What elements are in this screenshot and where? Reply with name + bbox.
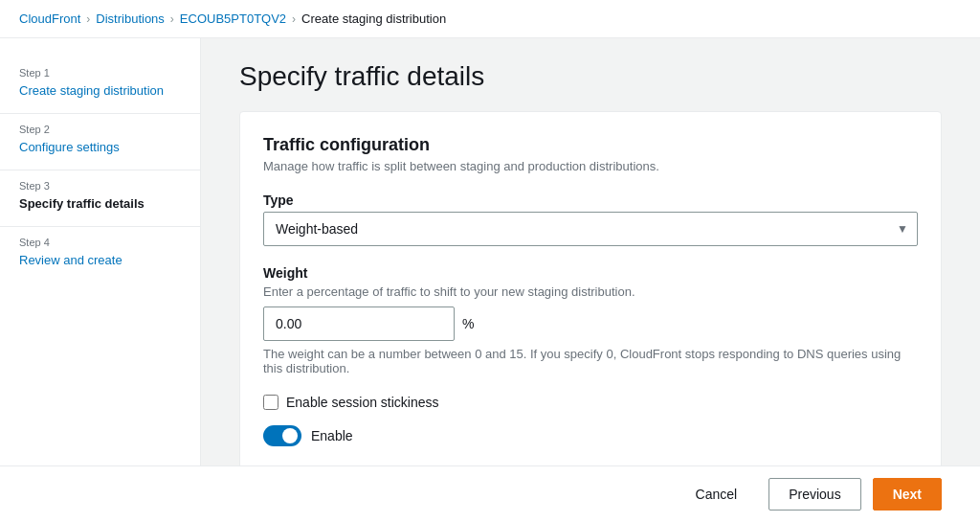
sidebar: Step 1 Create staging distribution Step … [0, 38, 201, 518]
breadcrumb-distributions[interactable]: Distributions [96, 11, 165, 26]
toggle-thumb [282, 428, 298, 443]
sidebar-item-review-create[interactable]: Review and create [19, 253, 122, 267]
type-select-wrapper: Weight-based ▼ [263, 212, 918, 246]
weight-form-group: Weight Enter a percentage of traffic to … [263, 265, 918, 375]
type-label: Type [263, 193, 918, 208]
page-title: Specify traffic details [239, 61, 942, 92]
footer: Cancel Previous Next [0, 465, 980, 522]
breadcrumb-cloudfront[interactable]: CloudFront [19, 11, 80, 26]
breadcrumb-sep-1: › [86, 12, 90, 26]
breadcrumb-distribution-id[interactable]: ECOUB5PT0TQV2 [180, 11, 286, 26]
card-title: Traffic configuration [263, 135, 918, 155]
weight-unit: % [462, 316, 474, 331]
step-4-label: Step 4 [19, 237, 181, 248]
step-3-label: Step 3 [19, 180, 181, 192]
weight-input[interactable] [263, 306, 455, 341]
session-stickiness-checkbox[interactable] [263, 395, 278, 410]
enable-toggle[interactable] [263, 425, 301, 446]
breadcrumb-sep-3: › [292, 12, 296, 26]
breadcrumb-current-page: Create staging distribution [301, 11, 446, 26]
sidebar-item-traffic-details: Specify traffic details [19, 196, 145, 211]
weight-label: Weight [263, 265, 918, 281]
sidebar-item-create-staging[interactable]: Create staging distribution [19, 83, 164, 98]
next-button[interactable]: Next [873, 478, 942, 511]
session-stickiness-row: Enable session stickiness [263, 395, 918, 410]
traffic-config-card: Traffic configuration Manage how traffic… [239, 111, 942, 470]
sidebar-step-3: Step 3 Specify traffic details [0, 170, 200, 227]
sidebar-step-1: Step 1 Create staging distribution [0, 57, 200, 114]
breadcrumb: CloudFront › Distributions › ECOUB5PT0TQ… [0, 0, 980, 38]
weight-hint: The weight can be a number between 0 and… [263, 347, 918, 375]
breadcrumb-sep-2: › [170, 12, 174, 26]
main-layout: Step 1 Create staging distribution Step … [0, 38, 980, 518]
sidebar-step-4: Step 4 Review and create [0, 227, 200, 283]
session-stickiness-label: Enable session stickiness [286, 395, 439, 410]
content-area: Specify traffic details Traffic configur… [201, 38, 980, 518]
step-2-label: Step 2 [19, 124, 181, 135]
sidebar-item-configure-settings[interactable]: Configure settings [19, 140, 120, 154]
previous-button[interactable]: Previous [768, 478, 860, 511]
weight-sublabel: Enter a percentage of traffic to shift t… [263, 284, 918, 299]
step-1-label: Step 1 [19, 67, 181, 79]
enable-label: Enable [311, 428, 353, 443]
sidebar-step-2: Step 2 Configure settings [0, 114, 200, 170]
card-description: Manage how traffic is split between stag… [263, 159, 918, 173]
weight-input-row: % [263, 306, 918, 341]
type-form-group: Type Weight-based ▼ [263, 193, 918, 246]
toggle-track [263, 425, 301, 446]
type-select[interactable]: Weight-based [263, 212, 918, 246]
enable-toggle-row: Enable [263, 425, 918, 446]
cancel-button[interactable]: Cancel [676, 478, 758, 511]
